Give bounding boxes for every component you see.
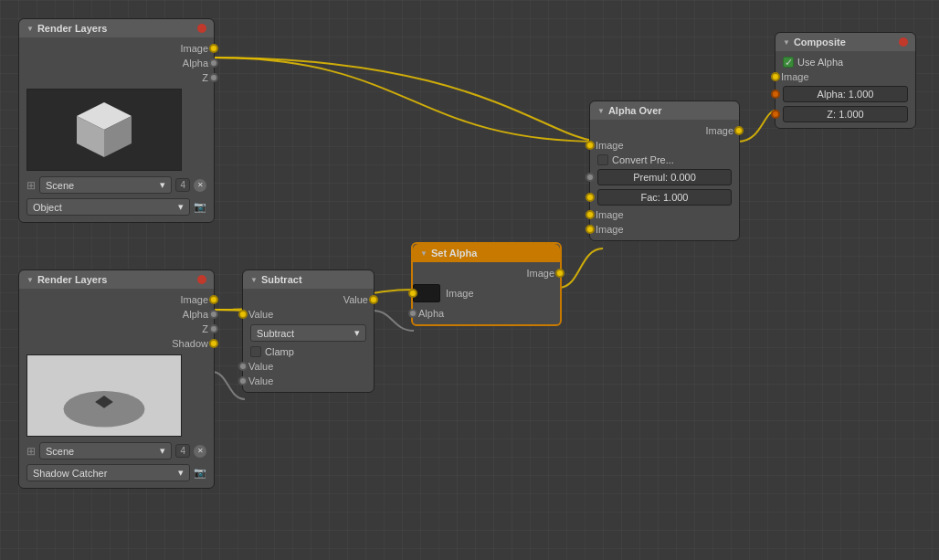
use-alpha-label: Use Alpha — [797, 57, 843, 68]
layer-row-2: Shadow Catcher ▾ 📷 — [19, 461, 214, 484]
set-alpha-output-socket[interactable] — [555, 269, 564, 278]
subtract-header: ▼ Subtract — [243, 270, 374, 289]
composite-header: ▼ Composite — [775, 33, 915, 51]
output-image-socket-1[interactable] — [209, 44, 218, 53]
subtract-mode-row: Subtract ▾ — [243, 322, 374, 344]
premul-label: Premul: — [633, 172, 670, 183]
scene-dropdown-arrow-2: ▾ — [160, 445, 165, 457]
set-alpha-body: Image Image Alpha — [413, 262, 560, 324]
render-layers-node-2: ▼ Render Layers Image Alpha Z Shadow — [18, 269, 215, 489]
premul-field[interactable]: Premul: 0.000 — [597, 169, 732, 185]
set-alpha-node: ▼ Set Alpha Image Image Alpha — [411, 242, 562, 326]
composite-title: Composite — [794, 37, 846, 48]
alpha-over-output-socket[interactable] — [734, 126, 744, 135]
render-layers-2-body: Image Alpha Z Shadow — [19, 289, 214, 488]
shadow-preview-bg — [27, 355, 181, 436]
set-alpha-alpha-label: Alpha — [413, 308, 449, 319]
fac-value: 1.000 — [663, 192, 689, 203]
subtract-output-socket[interactable] — [369, 295, 378, 304]
render-layers-2-icon — [197, 275, 206, 284]
alpha-over-image2-socket[interactable] — [586, 210, 595, 219]
alpha-over-title: Alpha Over — [608, 105, 662, 116]
alpha-over-output-label: Image — [700, 125, 739, 136]
scene-dropdown-1[interactable]: Scene ▾ — [39, 176, 172, 194]
fac-field[interactable]: Fac: 1.000 — [597, 189, 732, 206]
subtract-input-socket[interactable] — [238, 310, 248, 319]
subtract-collapse-arrow[interactable]: ▼ — [250, 276, 258, 284]
scene-label-1: Scene — [46, 180, 74, 191]
subtract-value1-socket[interactable] — [238, 362, 248, 371]
subtract-input-value-row: Value — [243, 307, 374, 322]
clamp-label: Clamp — [265, 346, 294, 357]
premul-socket[interactable] — [586, 173, 595, 182]
close-btn-2[interactable]: ✕ — [194, 445, 206, 458]
convert-label: Convert Pre... — [612, 154, 674, 165]
render-layers-1-title: Render Layers — [37, 23, 107, 34]
output-image-row-1: Image — [19, 41, 214, 56]
composite-collapse-arrow[interactable]: ▼ — [783, 38, 790, 47]
composite-alpha-socket[interactable] — [771, 90, 780, 99]
output-shadow-row-2: Shadow — [19, 336, 214, 351]
scene-num-1: 4 — [175, 178, 190, 192]
alpha-over-image1-socket[interactable] — [586, 141, 595, 150]
output-alpha-label-2: Alpha — [177, 309, 214, 320]
set-alpha-alpha-input-row: Alpha — [413, 306, 560, 321]
composite-alpha-field[interactable]: Alpha: 1.000 — [783, 86, 908, 102]
composite-body: ✓ Use Alpha Image Alpha: 1.000 Z: 1.000 — [775, 51, 915, 128]
render-layers-2-title: Render Layers — [37, 274, 107, 285]
subtract-mode-dropdown[interactable]: Subtract ▾ — [250, 324, 366, 342]
layer-dropdown-arrow-1: ▾ — [178, 201, 184, 213]
scene-row-1: ⊞ Scene ▾ 4 ✕ — [19, 174, 214, 195]
set-alpha-image-input-row: Image — [413, 280, 560, 306]
output-alpha-socket-1[interactable] — [209, 58, 218, 68]
subtract-input-label: Value — [243, 309, 279, 320]
output-z-socket-1[interactable] — [209, 73, 218, 82]
fac-socket[interactable] — [586, 193, 595, 202]
layer-label-2: Shadow Catcher — [33, 468, 107, 479]
render-layers-2-header: ▼ Render Layers — [19, 270, 214, 289]
composite-z-row: Z: 1.000 — [775, 104, 915, 124]
subtract-value2-socket[interactable] — [238, 376, 248, 386]
output-image-label-2: Image — [174, 294, 214, 305]
layer-dropdown-1[interactable]: Object ▾ — [26, 198, 190, 216]
alpha-over-header: ▼ Alpha Over — [590, 101, 739, 120]
use-alpha-row: ✓ Use Alpha — [775, 55, 915, 69]
shadow-preview-svg — [27, 354, 181, 437]
fac-label: Fac: — [641, 192, 663, 203]
layer-dropdown-2[interactable]: Shadow Catcher ▾ — [26, 464, 190, 481]
subtract-mode-arrow: ▾ — [354, 327, 360, 339]
output-image-socket-2[interactable] — [209, 295, 218, 304]
composite-z-field[interactable]: Z: 1.000 — [783, 106, 908, 122]
alpha-over-collapse-arrow[interactable]: ▼ — [597, 107, 605, 115]
alpha-over-image3-label: Image — [590, 224, 629, 235]
composite-z-socket[interactable] — [771, 110, 780, 119]
output-z-row-2: Z — [19, 322, 214, 336]
use-alpha-checkbox[interactable]: ✓ — [783, 57, 794, 68]
output-alpha-socket-2[interactable] — [209, 310, 218, 319]
render-layers-node-1: ▼ Render Layers Image Alpha Z — [18, 18, 215, 223]
layer-dropdown-arrow-2: ▾ — [178, 467, 184, 479]
layer-icon-2: 📷 — [194, 467, 206, 479]
scene-label-2: Scene — [46, 446, 74, 457]
render-preview-1 — [26, 89, 182, 171]
alpha-over-image1-row: Image — [590, 138, 739, 153]
collapse-arrow-1[interactable]: ▼ — [26, 25, 34, 33]
convert-checkbox[interactable] — [597, 154, 608, 165]
set-alpha-image-socket[interactable] — [408, 289, 417, 298]
scene-dropdown-arrow-1: ▾ — [160, 179, 165, 191]
set-alpha-collapse-arrow[interactable]: ▼ — [420, 249, 427, 258]
close-btn-1[interactable]: ✕ — [194, 179, 206, 192]
layer-icon-1: 📷 — [194, 201, 206, 213]
composite-z-value: 1.000 — [839, 109, 864, 120]
alpha-over-image3-socket[interactable] — [586, 225, 595, 234]
scene-dropdown-2[interactable]: Scene ▾ — [39, 442, 172, 460]
clamp-checkbox[interactable] — [250, 346, 261, 357]
composite-node: ▼ Composite ✓ Use Alpha Image Alpha: 1.0… — [775, 32, 916, 129]
collapse-arrow-2[interactable]: ▼ — [26, 276, 34, 284]
output-shadow-socket-2[interactable] — [209, 339, 218, 348]
set-alpha-image-label: Image — [440, 288, 480, 299]
output-z-socket-2[interactable] — [209, 324, 218, 333]
set-alpha-alpha-socket[interactable] — [408, 309, 417, 318]
composite-image-socket[interactable] — [771, 72, 780, 81]
render-preview-2 — [26, 354, 182, 437]
